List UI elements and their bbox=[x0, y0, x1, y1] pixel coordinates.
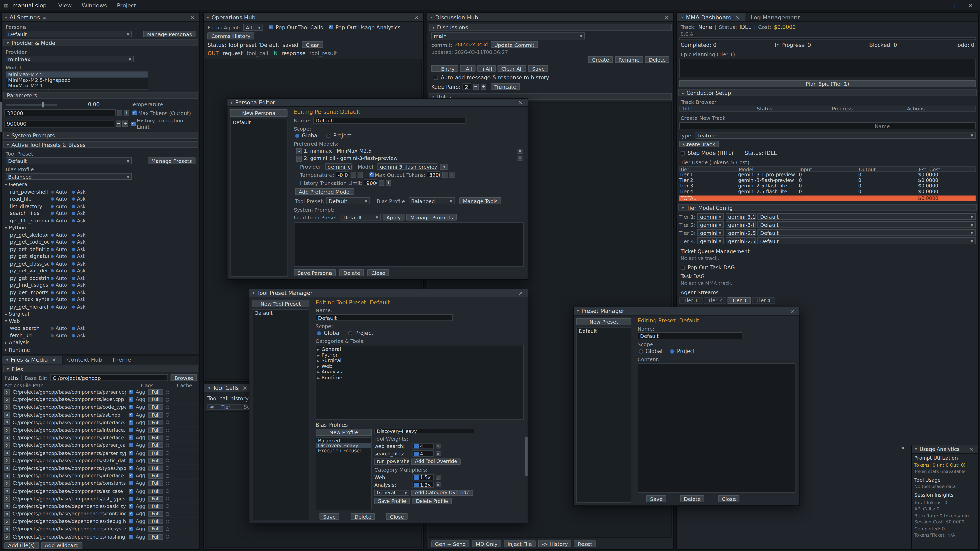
close-panel-icon[interactable]: × bbox=[413, 14, 420, 20]
full-button[interactable]: Full bbox=[148, 511, 163, 516]
maximize-icon[interactable]: ▢ bbox=[951, 2, 963, 8]
manage-personas-button[interactable]: Manage Personas bbox=[143, 30, 196, 38]
auto-radio[interactable] bbox=[51, 262, 54, 265]
close-panel-icon[interactable]: × bbox=[663, 14, 670, 20]
ask-radio[interactable] bbox=[72, 255, 75, 258]
close-dialog-icon[interactable]: × bbox=[789, 308, 796, 314]
agg-checkbox[interactable] bbox=[129, 397, 133, 402]
entry-button[interactable]: + Entry bbox=[431, 65, 458, 72]
close-button[interactable]: Close bbox=[718, 495, 740, 502]
tier-provider-select[interactable]: gemini ▼ bbox=[697, 229, 724, 236]
save-button[interactable]: Save bbox=[319, 513, 339, 520]
cache-indicator[interactable] bbox=[166, 512, 170, 516]
caret-icon[interactable]: ▾ bbox=[5, 225, 7, 230]
add-category-override-button[interactable]: Add Category Override bbox=[411, 489, 473, 495]
remove-file-button[interactable]: x bbox=[4, 488, 10, 494]
agg-checkbox[interactable] bbox=[129, 435, 133, 440]
caret-icon[interactable]: ▸ bbox=[5, 340, 7, 345]
minimize-icon[interactable]: — bbox=[937, 2, 948, 8]
auto-radio[interactable] bbox=[51, 291, 54, 294]
manage-presets-button[interactable]: Manage Presets bbox=[148, 157, 196, 164]
tool-tree-row[interactable]: py_get_docstring Auto Ask bbox=[2, 275, 199, 282]
full-button[interactable]: Full bbox=[148, 488, 163, 494]
ask-radio[interactable] bbox=[72, 298, 75, 301]
auto-radio[interactable] bbox=[51, 269, 54, 272]
agg-checkbox[interactable] bbox=[129, 390, 133, 394]
auto-radio[interactable] bbox=[51, 298, 54, 301]
create-track-button[interactable]: Create Track bbox=[679, 141, 719, 148]
persona-list[interactable]: Default bbox=[230, 119, 287, 277]
bias-profile-item[interactable]: Discovery-Heavy bbox=[316, 443, 371, 448]
discussion-manage-button[interactable]: Delete bbox=[645, 56, 670, 63]
cache-indicator[interactable] bbox=[166, 497, 170, 500]
full-button[interactable]: Full bbox=[148, 389, 163, 395]
remove-file-button[interactable]: x bbox=[4, 495, 10, 502]
truncate-button[interactable]: Truncate bbox=[490, 83, 520, 90]
remove-file-button[interactable]: x bbox=[4, 526, 10, 532]
increment-button[interactable]: + bbox=[449, 171, 454, 178]
full-button[interactable]: Full bbox=[148, 503, 163, 509]
max-tokens-checkbox[interactable] bbox=[132, 110, 137, 115]
decrement-button[interactable]: − bbox=[350, 171, 356, 178]
tier-preset-select[interactable]: Default ▼ bbox=[757, 238, 976, 245]
model-dropdown-button[interactable]: ▼ bbox=[440, 163, 447, 169]
tier-model-select[interactable]: gemini-2.5-flash ▼ bbox=[725, 238, 756, 245]
cache-indicator[interactable] bbox=[166, 466, 170, 470]
tier-model-select[interactable]: gemini-3.1-pro-p ▼ bbox=[725, 213, 756, 220]
section-parameters[interactable]: Parameters bbox=[3, 92, 198, 99]
caret-right-icon[interactable]: ▸ bbox=[318, 364, 320, 369]
temperature-slider[interactable] bbox=[6, 103, 57, 105]
remove-model-button[interactable]: × bbox=[517, 156, 523, 161]
load-preset-select[interactable]: Default ▼ bbox=[341, 214, 381, 221]
step-mode-checkbox[interactable] bbox=[681, 151, 685, 155]
tool-tree-row[interactable]: run_powershell Auto Ask bbox=[2, 188, 199, 195]
close-icon[interactable]: ✕ bbox=[965, 2, 976, 8]
tool-weight-input[interactable]: 4 bbox=[412, 451, 434, 457]
auto-radio[interactable] bbox=[51, 255, 54, 258]
reorder-handle-icon[interactable]: - bbox=[296, 156, 302, 162]
apply-button[interactable]: Apply bbox=[383, 214, 404, 221]
remove-file-button[interactable]: x bbox=[4, 450, 10, 456]
auto-radio[interactable] bbox=[51, 248, 54, 251]
discussion-action-button[interactable]: Inject File bbox=[504, 540, 536, 547]
preset-content-textarea[interactable] bbox=[638, 363, 796, 493]
persona-list-item[interactable]: Default bbox=[231, 119, 287, 126]
scrollbar[interactable] bbox=[525, 437, 528, 516]
caret-down-icon[interactable]: ▾ bbox=[915, 447, 917, 452]
tool-tree-row[interactable]: fetch_url Auto Ask bbox=[2, 332, 199, 339]
cache-indicator[interactable] bbox=[166, 504, 170, 508]
close-dialog-icon[interactable]: × bbox=[517, 99, 524, 105]
tier-model-select[interactable]: gemini-2.5-flash ▼ bbox=[725, 229, 756, 236]
focus-agent-select[interactable]: All ▼ bbox=[243, 24, 263, 30]
caret-down-icon[interactable]: ▾ bbox=[207, 15, 209, 20]
auto-radio[interactable] bbox=[51, 205, 54, 208]
discussion-action-button[interactable]: -> History bbox=[538, 540, 571, 547]
cache-indicator[interactable] bbox=[166, 474, 170, 478]
category-multiplier-input[interactable]: 1.3x bbox=[412, 482, 434, 488]
caret-right-icon[interactable]: ▸ bbox=[318, 353, 320, 358]
add-preferred-model-button[interactable]: Add Preferred Model bbox=[295, 188, 355, 195]
section-files[interactable]: ▾ Files bbox=[3, 365, 198, 372]
model-list[interactable]: MiniMax-M2.5MiniMax-M2.5-highspeedMiniMa… bbox=[6, 71, 148, 90]
agg-checkbox[interactable] bbox=[129, 489, 133, 493]
tool-tree-row[interactable]: ▸ Surgical Auto Ask bbox=[2, 310, 199, 318]
browse-button[interactable]: Browse bbox=[171, 374, 197, 381]
section-conductor-setup[interactable]: ▸ Conductor Setup bbox=[678, 89, 977, 96]
tool-tree-row[interactable]: py_find_usages Auto Ask bbox=[2, 282, 199, 289]
remove-file-button[interactable]: x bbox=[4, 442, 10, 448]
cache-indicator[interactable] bbox=[166, 421, 170, 424]
global-radio[interactable] bbox=[639, 349, 643, 353]
increment-button[interactable]: + bbox=[386, 179, 391, 186]
popout-usage-checkbox[interactable] bbox=[329, 25, 333, 29]
caret-right-icon[interactable]: ▸ bbox=[318, 370, 320, 375]
epic-planning-textarea[interactable] bbox=[679, 59, 976, 78]
agg-checkbox[interactable] bbox=[129, 481, 133, 486]
tool-tree-row[interactable]: read_file Auto Ask bbox=[2, 196, 199, 203]
tool-tree-row[interactable]: py_check_syntax Auto Ask bbox=[2, 296, 199, 303]
clear-status-button[interactable]: Clear bbox=[302, 41, 323, 48]
decrement-button[interactable]: − bbox=[473, 83, 479, 89]
discussion-action-button[interactable]: MD Only bbox=[472, 540, 501, 547]
tool-tree-row[interactable]: get_file_summary Auto Ask bbox=[2, 217, 199, 224]
agg-checkbox[interactable] bbox=[129, 474, 133, 478]
profile-name-input[interactable]: Discovery-Heavy bbox=[374, 429, 474, 434]
